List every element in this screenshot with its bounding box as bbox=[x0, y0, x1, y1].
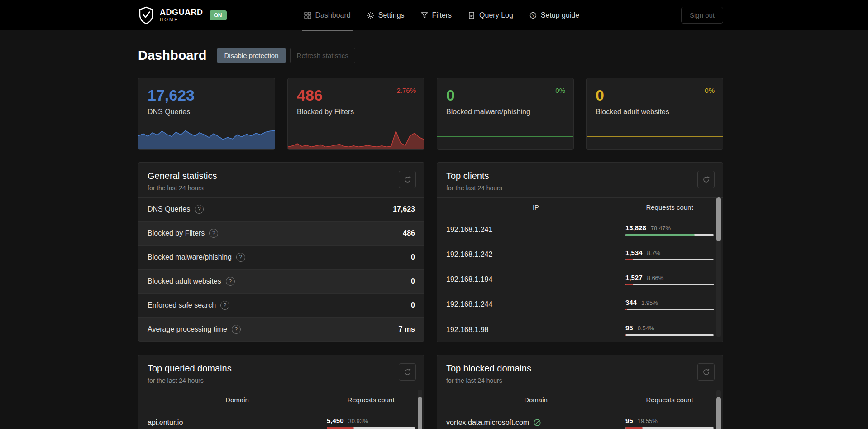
stat-row: Average processing time 7 ms bbox=[138, 317, 424, 341]
client-ip[interactable]: 192.168.1.194 bbox=[446, 275, 625, 284]
disable-protection-button[interactable]: Disable protection bbox=[217, 48, 285, 63]
adguard-home-brand[interactable]: ADGUARD HOME ON bbox=[138, 6, 227, 24]
blocked-malware-value: 0 bbox=[446, 87, 573, 104]
svg-text:?: ? bbox=[532, 13, 534, 18]
adguard-shield-icon bbox=[138, 6, 154, 24]
column-header-requests: Requests count bbox=[625, 396, 714, 404]
stat-row: Blocked by Filters 486 bbox=[138, 221, 424, 245]
setup-guide-icon: ? bbox=[529, 12, 537, 19]
column-header-ip: IP bbox=[446, 203, 625, 211]
request-bar bbox=[625, 259, 714, 260]
panel-title: Top clients bbox=[446, 171, 502, 181]
request-bar bbox=[625, 309, 714, 310]
domain-name[interactable]: api.entur.io bbox=[148, 419, 327, 427]
stat-label: Blocked by Filters bbox=[148, 229, 205, 237]
sign-out-button[interactable]: Sign out bbox=[681, 7, 723, 24]
panel-subtitle: for the last 24 hours bbox=[148, 184, 217, 192]
request-count: 13,828 bbox=[625, 224, 646, 231]
request-percent: 8.7% bbox=[647, 250, 661, 256]
top-clients-panel: Top clients for the last 24 hours IP Req… bbox=[437, 162, 723, 342]
general-statistics-rows: DNS Queries 17,623 Blocked by Filters 48… bbox=[138, 197, 424, 341]
brand-text: ADGUARD HOME bbox=[160, 8, 203, 22]
stat-row: Blocked malware/phishing 0 bbox=[138, 245, 424, 269]
request-count: 95 bbox=[625, 417, 633, 424]
stat-percent: 2.76% bbox=[396, 87, 416, 94]
top-blocked-domains-panel: Top blocked domains for the last 24 hour… bbox=[437, 355, 723, 429]
refresh-statistics-button[interactable]: Refresh statistics bbox=[290, 48, 355, 63]
domain-row: api.entur.io 5,45030.93% bbox=[138, 410, 424, 429]
column-header-domain: Domain bbox=[148, 396, 327, 404]
scrollbar-thumb[interactable] bbox=[418, 397, 422, 429]
blocked-malware-label: Blocked malware/phishing bbox=[446, 108, 573, 116]
request-bar bbox=[625, 334, 714, 336]
panel-subtitle: for the last 24 hours bbox=[148, 377, 232, 384]
requests-cell: 5,45030.93% bbox=[327, 417, 415, 429]
panel-title: General statistics bbox=[148, 171, 217, 181]
scrollbar-track[interactable] bbox=[716, 390, 721, 429]
stat-value: 7 ms bbox=[399, 325, 415, 333]
page-title: Dashboard bbox=[138, 48, 206, 63]
refresh-card-button[interactable] bbox=[697, 171, 715, 188]
nav-setup-guide[interactable]: ? Setup guide bbox=[529, 0, 579, 30]
top-blocked-rows: vortex.data.microsoft.com 9519.55% bbox=[437, 410, 723, 429]
help-icon[interactable] bbox=[209, 229, 218, 238]
blocked-filters-card: 2.76% 486 Blocked by Filters bbox=[287, 78, 424, 150]
protection-status-badge: ON bbox=[210, 10, 227, 20]
refresh-icon bbox=[702, 176, 710, 183]
blocked-adult-card: 0% 0 Blocked adult websites bbox=[586, 78, 723, 150]
request-percent: 8.66% bbox=[647, 275, 664, 281]
nav-settings[interactable]: Settings bbox=[367, 0, 405, 30]
stat-row: Enforced safe search 0 bbox=[138, 293, 424, 317]
request-percent: 30.93% bbox=[348, 418, 368, 424]
request-count: 1,527 bbox=[625, 274, 643, 281]
request-bar bbox=[625, 284, 714, 285]
refresh-card-button[interactable] bbox=[697, 363, 715, 381]
column-header-domain: Domain bbox=[446, 396, 625, 404]
request-count: 95 bbox=[625, 324, 633, 332]
blocked-filters-link[interactable]: Blocked by Filters bbox=[297, 108, 424, 116]
client-row: 192.168.1.244 3441.95% bbox=[437, 292, 723, 317]
refresh-card-button[interactable] bbox=[399, 171, 416, 188]
client-ip[interactable]: 192.168.1.241 bbox=[446, 226, 625, 234]
requests-cell: 3441.95% bbox=[625, 299, 714, 310]
client-ip[interactable]: 192.168.1.98 bbox=[446, 326, 625, 334]
gear-icon bbox=[367, 12, 374, 19]
nav-settings-label: Settings bbox=[378, 11, 405, 19]
client-ip[interactable]: 192.168.1.242 bbox=[446, 251, 625, 259]
request-count: 344 bbox=[625, 299, 637, 306]
scrollbar-thumb[interactable] bbox=[716, 397, 721, 429]
nav-filters-label: Filters bbox=[432, 11, 452, 19]
table-header: IP Requests count bbox=[437, 197, 723, 217]
scrollbar-track[interactable] bbox=[418, 390, 422, 429]
request-bar bbox=[625, 427, 714, 429]
dns-queries-label: DNS Queries bbox=[148, 108, 275, 116]
dns-queries-value: 17,623 bbox=[148, 87, 275, 104]
help-icon[interactable] bbox=[195, 205, 204, 214]
request-percent: 19.55% bbox=[638, 418, 658, 424]
domain-name-wrap[interactable]: vortex.data.microsoft.com bbox=[446, 419, 625, 427]
nav-dashboard[interactable]: Dashboard bbox=[304, 0, 350, 30]
refresh-icon bbox=[404, 176, 411, 183]
general-statistics-panel: General statistics for the last 24 hours… bbox=[138, 162, 424, 342]
blocked-adult-value: 0 bbox=[596, 87, 723, 104]
scrollbar-thumb[interactable] bbox=[716, 197, 721, 241]
nav-query-log[interactable]: Query Log bbox=[468, 0, 513, 30]
client-ip[interactable]: 192.168.1.244 bbox=[446, 300, 625, 308]
dns-queries-card: 17,623 DNS Queries bbox=[138, 78, 275, 150]
nav-filters[interactable]: Filters bbox=[421, 0, 452, 30]
query-log-icon bbox=[468, 12, 475, 19]
scrollbar-track[interactable] bbox=[716, 197, 721, 337]
help-icon[interactable] bbox=[220, 301, 229, 310]
refresh-card-button[interactable] bbox=[399, 363, 416, 381]
panel-subtitle: for the last 24 hours bbox=[446, 377, 531, 384]
nav-setup-guide-label: Setup guide bbox=[541, 11, 579, 19]
help-icon[interactable] bbox=[236, 253, 245, 262]
stat-label: DNS Queries bbox=[148, 205, 190, 213]
table-header: Domain Requests count bbox=[437, 390, 723, 410]
top-clients-rows: 192.168.1.241 13,82878.47% 192.168.1.242… bbox=[437, 217, 723, 342]
help-icon[interactable] bbox=[226, 277, 235, 286]
request-bar bbox=[625, 234, 714, 236]
help-icon[interactable] bbox=[232, 325, 241, 334]
panel-title: Top queried domains bbox=[148, 363, 232, 374]
stat-label: Blocked adult websites bbox=[148, 277, 221, 285]
